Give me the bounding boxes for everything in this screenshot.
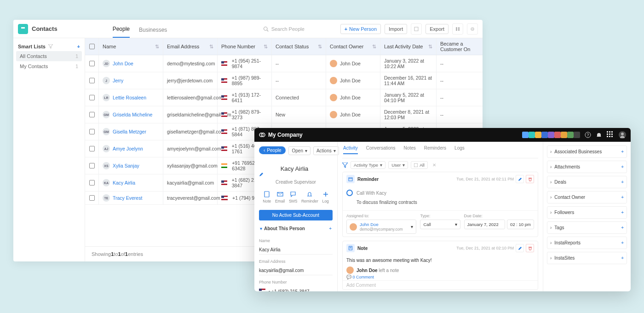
filter-icon[interactable]	[48, 44, 53, 49]
tab-conversations[interactable]: Conversations	[366, 145, 396, 154]
contact-link[interactable]: Tracy Everest	[113, 195, 142, 201]
edit-reminder-button[interactable]	[516, 175, 524, 183]
app-tile[interactable]	[529, 132, 535, 138]
filter-icon[interactable]	[342, 162, 348, 168]
actions-dropdown[interactable]: Actions ▾	[313, 146, 339, 155]
app-tile[interactable]	[541, 132, 548, 138]
tab-activity[interactable]: Activity	[343, 145, 358, 154]
add-button[interactable]: +	[621, 210, 624, 215]
quick-note[interactable]: Note	[263, 191, 271, 203]
row-checkbox[interactable]	[85, 140, 99, 157]
add-list-button[interactable]: +	[77, 44, 80, 49]
row-checkbox[interactable]	[85, 174, 99, 191]
accordion-item[interactable]: ›Deals+	[547, 176, 627, 188]
tab-people[interactable]: People	[113, 20, 130, 38]
accordion-item[interactable]: ›InstaSites+	[547, 252, 627, 264]
row-checkbox[interactable]	[85, 106, 99, 123]
add-button[interactable]: +	[621, 255, 624, 261]
activity-type-dropdown[interactable]: Activity Type ▾	[351, 161, 385, 169]
import-button[interactable]: Import	[385, 24, 407, 34]
column-phone[interactable]: Phone Number⇅	[218, 38, 272, 55]
quick-sms[interactable]: SMS	[289, 191, 297, 203]
clear-filters-icon[interactable]: ✕	[432, 162, 436, 168]
table-row[interactable]: LRLettie Rosaleenlettierosaleen@gmail.co…	[85, 89, 483, 106]
user-dropdown[interactable]: User ▾	[388, 161, 408, 169]
field-email-value[interactable]: kacyairlia@gmail.com	[259, 267, 333, 275]
gear-icon[interactable]	[467, 23, 478, 35]
sidebar-item-all-contacts[interactable]: All Contacts 1	[16, 51, 82, 61]
row-checkbox[interactable]	[85, 157, 99, 174]
all-filter[interactable]: All	[411, 161, 428, 169]
row-checkbox[interactable]	[85, 72, 99, 89]
app-tile[interactable]	[522, 132, 529, 138]
add-field-button[interactable]: +	[329, 226, 332, 231]
contact-link[interactable]: Kacy Airlia	[113, 180, 135, 185]
task-checkbox[interactable]	[346, 190, 353, 196]
sidebar-item-my-contacts[interactable]: My Contacts 1	[16, 61, 82, 71]
quick-reminder[interactable]: Reminder	[301, 191, 318, 203]
app-tile[interactable]	[535, 132, 541, 138]
table-row[interactable]: JJerryjerry@jerdetown.com+1 (987) 989-88…	[85, 72, 483, 89]
add-button[interactable]: +	[621, 149, 624, 154]
tab-logs[interactable]: Logs	[454, 145, 465, 154]
type-select[interactable]: Call▾	[420, 220, 460, 229]
reminder-task[interactable]: Call With Kacy	[346, 188, 534, 198]
status-dropdown[interactable]: Open ▾	[288, 146, 310, 155]
new-person-button[interactable]: + New Person	[340, 24, 381, 34]
due-time-input[interactable]: 02 : 10 pm	[507, 220, 534, 229]
accordion-item[interactable]: ›InstaReports+	[547, 237, 627, 249]
app-tile[interactable]	[561, 132, 567, 138]
edit-note-button[interactable]	[516, 244, 524, 252]
import-icon[interactable]	[411, 23, 422, 35]
comment-count[interactable]: 💬 0 Comment	[343, 274, 538, 280]
contact-link[interactable]: Jerry	[113, 78, 123, 83]
accordion-item[interactable]: ›Contact Owner+	[547, 191, 627, 203]
tab-businesses[interactable]: Businesses	[139, 21, 167, 38]
table-row[interactable]: GMGriselda Michelinegriseldamicheline@gm…	[85, 106, 483, 123]
back-button[interactable]: ‹ People	[259, 146, 286, 154]
column-owner[interactable]: Contact Owner⇅	[326, 38, 380, 55]
app-tile[interactable]	[554, 132, 561, 138]
edit-icon[interactable]	[259, 172, 333, 177]
contact-link[interactable]: John Doe	[113, 61, 133, 66]
add-button[interactable]: +	[621, 225, 624, 230]
search-input[interactable]: Search People	[263, 26, 337, 32]
due-date-input[interactable]: January 7, 2022	[464, 220, 506, 229]
accordion-item[interactable]: ›Tags+	[547, 221, 627, 234]
app-tile[interactable]	[574, 132, 580, 138]
row-checkbox[interactable]	[85, 89, 99, 106]
column-name[interactable]: Name⇅	[99, 38, 163, 55]
row-checkbox[interactable]	[85, 55, 99, 72]
about-section-header[interactable]: ▾ About This Person +	[259, 223, 333, 234]
delete-note-button[interactable]	[526, 244, 534, 252]
contact-link[interactable]: Amye Joelynn	[113, 146, 143, 151]
add-button[interactable]: +	[621, 180, 624, 185]
export-button[interactable]: Export	[426, 24, 448, 34]
app-tile[interactable]	[567, 132, 574, 138]
assigned-to-select[interactable]: John Doe demo@mycompany.com ▾	[346, 220, 416, 234]
delete-reminder-button[interactable]	[526, 175, 534, 183]
contact-link[interactable]: Griselda Micheline	[113, 112, 152, 117]
column-status[interactable]: Contact Status⇅	[272, 38, 326, 55]
contact-link[interactable]: Gisella Metzger	[113, 129, 146, 134]
contact-link[interactable]: Xylia Sanjay	[113, 163, 139, 168]
add-button[interactable]: +	[621, 164, 624, 169]
accordion-item[interactable]: ›Associated Businesses+	[547, 145, 627, 158]
columns-icon[interactable]	[452, 23, 463, 35]
column-customer[interactable]: Became a Customer On	[437, 38, 483, 55]
contact-link[interactable]: Lettie Rosaleen	[113, 95, 146, 100]
tab-notes[interactable]: Notes	[404, 145, 416, 154]
accordion-item[interactable]: ›Followers+	[547, 206, 627, 219]
row-checkbox[interactable]	[85, 191, 99, 204]
table-row[interactable]: JDJohn Doedemo@mytesting.com+1 (954) 251…	[85, 55, 483, 72]
add-comment-input[interactable]: Add Comment	[343, 280, 538, 290]
row-checkbox[interactable]	[85, 123, 99, 140]
bell-icon[interactable]	[596, 132, 602, 138]
app-tile[interactable]	[548, 132, 554, 138]
column-activity[interactable]: Last Activity Date⇅	[380, 38, 437, 55]
accordion-item[interactable]: ›Attachments+	[547, 161, 627, 173]
quick-email[interactable]: Email	[275, 191, 285, 203]
help-icon[interactable]: ?	[585, 132, 591, 138]
user-avatar-icon[interactable]	[619, 131, 626, 139]
field-name-value[interactable]: Kacy Airlia	[259, 246, 333, 255]
